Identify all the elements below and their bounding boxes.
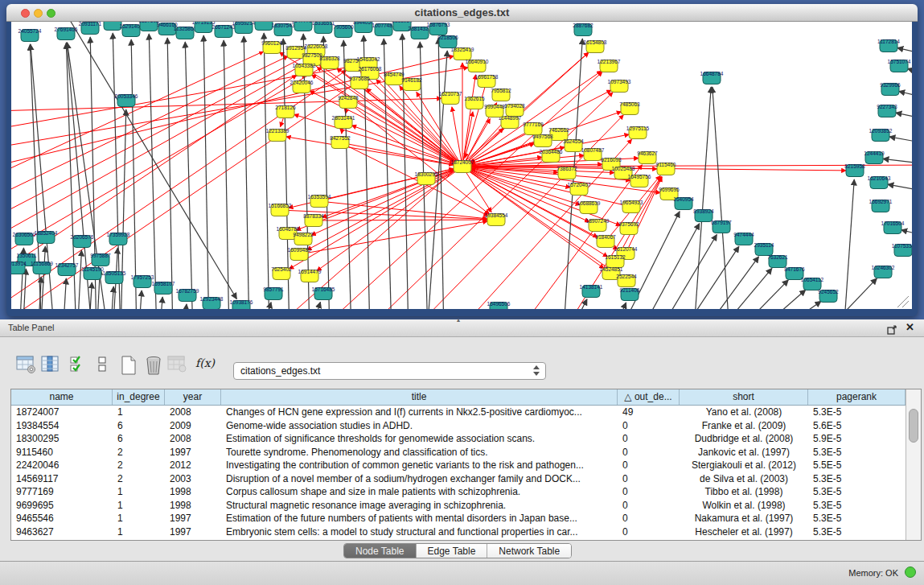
close-panel-icon[interactable]: ✕	[906, 321, 914, 333]
table-row[interactable]: 1938455462009Genome-wide association stu…	[11, 419, 906, 433]
function-builder-icon[interactable]: f(x)	[195, 356, 215, 369]
table-row[interactable]: 911546021997Tourette syndrome. Phenomeno…	[11, 446, 906, 459]
cell-out_de[interactable]: 0	[618, 525, 680, 539]
cell-in_degree[interactable]: 6	[113, 419, 165, 433]
cell-title[interactable]: Estimation of significance thresholds fo…	[221, 432, 618, 446]
table-row[interactable]: 969969511998Structural magnetic resonanc…	[11, 499, 906, 513]
cell-name[interactable]: 18300295	[11, 432, 113, 446]
table-row[interactable]: 946554611997Estimation of the future num…	[11, 512, 906, 525]
cell-pagerank[interactable]: 5.3E-5	[808, 472, 906, 486]
tab-edge-table[interactable]: Edge Table	[417, 544, 488, 558]
cell-year[interactable]: 1998	[165, 499, 221, 513]
cell-pagerank[interactable]: 5.3E-5	[808, 485, 906, 499]
cell-pagerank[interactable]: 5.5E-5	[808, 459, 906, 472]
window-titlebar[interactable]: citations_edges.txt	[6, 4, 918, 22]
cell-out_de[interactable]: 0	[618, 485, 680, 499]
table-selector-combo[interactable]: citations_edges.txt	[233, 362, 546, 380]
cell-short[interactable]: Wolkin et al. (1998)	[680, 499, 808, 513]
select-rows-icon[interactable]	[69, 355, 87, 377]
table-row[interactable]: 946362711997Embryonic stem cells: a mode…	[11, 525, 906, 539]
cell-out_de[interactable]: 0	[618, 499, 680, 513]
cell-short[interactable]: Tibbo et al. (1998)	[680, 485, 808, 499]
row-visibility-icon[interactable]	[97, 355, 108, 377]
cell-in_degree[interactable]: 1	[113, 406, 165, 419]
cell-in_degree[interactable]: 2	[113, 472, 165, 486]
column-header-name[interactable]: name	[11, 389, 113, 405]
cell-pagerank[interactable]: 5.3E-5	[808, 525, 906, 539]
cell-in_degree[interactable]: 1	[113, 525, 165, 539]
cell-year[interactable]: 1997	[165, 446, 221, 459]
cell-pagerank[interactable]: 5.3E-5	[808, 446, 906, 459]
cell-in_degree[interactable]: 6	[113, 432, 165, 446]
cell-short[interactable]: Yano et al. (2008)	[680, 406, 808, 419]
table-row[interactable]: 1872400712008Changes of HCN gene express…	[11, 406, 906, 419]
cell-in_degree[interactable]: 1	[113, 499, 165, 513]
cell-pagerank[interactable]: 5.3E-5	[808, 512, 906, 525]
graph-node[interactable]	[255, 22, 273, 31]
cell-out_de[interactable]: 0	[618, 459, 680, 472]
column-header-short[interactable]: short	[680, 389, 808, 405]
column-header-year[interactable]: year	[165, 389, 221, 405]
cell-year[interactable]: 2009	[165, 419, 221, 433]
column-header-out_de[interactable]: △ out_de...	[618, 389, 680, 405]
cell-year[interactable]: 2008	[165, 432, 221, 446]
cell-short[interactable]: Hescheler et al. (1997)	[680, 525, 808, 539]
cell-title[interactable]: Estimation of the future numbers of pati…	[221, 512, 618, 525]
cell-year[interactable]: 1997	[165, 512, 221, 525]
table-scrollbar[interactable]	[906, 389, 921, 540]
cell-short[interactable]: Nakamura et al. (1997)	[680, 512, 808, 525]
cell-in_degree[interactable]: 1	[113, 512, 165, 525]
cell-name[interactable]: 14569117	[11, 472, 113, 486]
cell-out_de[interactable]: 0	[618, 472, 680, 486]
cell-year[interactable]: 2003	[165, 472, 221, 486]
cell-year[interactable]: 1997	[165, 525, 221, 539]
cell-short[interactable]: Stergiakouli et al. (2012)	[680, 459, 808, 472]
cell-pagerank[interactable]: 5.9E-5	[808, 432, 906, 446]
table-settings-icon[interactable]	[16, 355, 37, 377]
cell-short[interactable]: Dudbridge et al. (2008)	[680, 432, 808, 446]
column-header-in_degree[interactable]: in_degree	[113, 389, 165, 405]
cell-in_degree[interactable]: 2	[113, 459, 165, 472]
cell-year[interactable]: 2012	[165, 459, 221, 472]
cell-pagerank[interactable]: 5.3E-5	[808, 499, 906, 513]
cell-title[interactable]: Tourette syndrome. Phenomenology and cla…	[221, 446, 618, 459]
memory-ok-indicator[interactable]	[905, 566, 916, 578]
resize-grip-icon[interactable]	[897, 296, 909, 307]
cell-out_de[interactable]: 0	[618, 512, 680, 525]
column-header-pagerank[interactable]: pagerank	[808, 389, 906, 405]
cell-title[interactable]: Embryonic stem cells: a model to study s…	[221, 525, 618, 539]
cell-name[interactable]: 19384554	[11, 419, 113, 433]
delete-icon[interactable]	[143, 355, 164, 379]
cell-title[interactable]: Structural magnetic resonance image aver…	[221, 499, 618, 513]
cell-year[interactable]: 1998	[165, 485, 221, 499]
table-row[interactable]: 2242004622012Investigating the contribut…	[11, 459, 906, 472]
table-row[interactable]: 1830029562008Estimation of significance …	[11, 432, 906, 446]
new-file-icon[interactable]	[119, 355, 138, 379]
cell-short[interactable]: de Silva et al. (2003)	[680, 472, 808, 486]
cell-title[interactable]: Investigating the contribution of common…	[221, 459, 618, 472]
table-scrollbar-thumb[interactable]	[909, 409, 918, 443]
table-row[interactable]: 1456911722003Disruption of a novel membe…	[11, 472, 906, 486]
tab-network-table[interactable]: Network Table	[487, 544, 571, 558]
cell-name[interactable]: 9115460	[11, 446, 113, 459]
cell-name[interactable]: 9777169	[11, 485, 113, 499]
cell-out_de[interactable]: 0	[618, 419, 680, 433]
cell-pagerank[interactable]: 5.3E-5	[808, 406, 906, 419]
network-canvas[interactable]: 1872400799601248912954232260589827509818…	[11, 22, 912, 309]
cell-name[interactable]: 22420046	[11, 459, 113, 472]
column-header-title[interactable]: title	[221, 389, 618, 405]
cell-in_degree[interactable]: 1	[113, 485, 165, 499]
cell-title[interactable]: Disruption of a novel member of a sodium…	[221, 472, 618, 486]
tab-node-table[interactable]: Node Table	[344, 544, 417, 558]
cell-out_de[interactable]: 0	[618, 446, 680, 459]
panel-drag-handle-icon[interactable]: ▴	[457, 316, 460, 323]
cell-out_de[interactable]: 49	[618, 406, 680, 419]
table-row[interactable]: 977716911998Corpus callosum shape and si…	[11, 485, 906, 499]
cell-out_de[interactable]: 0	[618, 432, 680, 446]
cell-name[interactable]: 9699695	[11, 499, 113, 513]
column-select-icon[interactable]	[40, 355, 61, 377]
cell-title[interactable]: Corpus callosum shape and size in male p…	[221, 485, 618, 499]
cell-short[interactable]: Jankovic et al. (1997)	[680, 446, 808, 459]
cell-short[interactable]: Franke et al. (2009)	[680, 419, 808, 433]
float-panel-icon[interactable]	[887, 323, 897, 333]
